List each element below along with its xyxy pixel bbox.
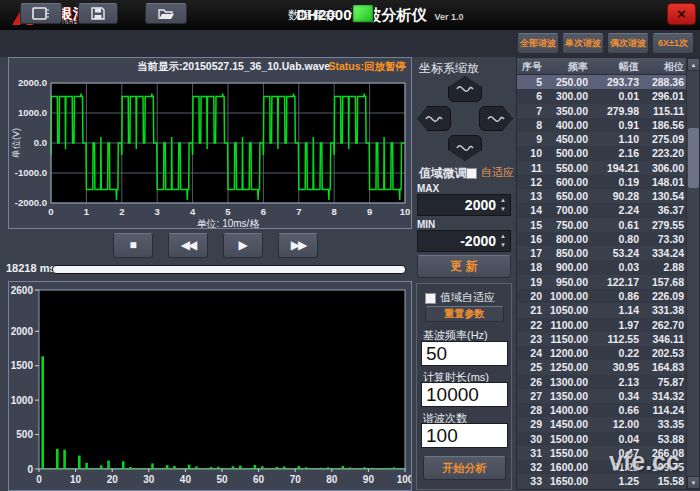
- table-row[interactable]: 7350.00279.98115.11: [517, 104, 687, 118]
- stop-button[interactable]: ■: [113, 233, 153, 258]
- table-cell: 450.00: [545, 132, 591, 146]
- table-row[interactable]: 6300.000.01296.01: [517, 89, 687, 103]
- reset-params-button[interactable]: 重置参数: [425, 306, 504, 322]
- scroll-down-arrow[interactable]: ▼: [687, 476, 700, 489]
- table-cell: 29: [517, 417, 545, 431]
- col-header-phase[interactable]: 相位: [642, 58, 687, 74]
- field-input-0[interactable]: [421, 341, 508, 366]
- table-row[interactable]: 10500.002.16223.20: [517, 146, 687, 160]
- table-row[interactable]: 5250.00293.73288.36: [517, 75, 687, 89]
- max-spinbox[interactable]: 2000 ▲▼: [417, 194, 511, 216]
- auto-range-checkbox[interactable]: [466, 168, 477, 179]
- table-cell: 1350.00: [545, 389, 591, 403]
- table-cell: 1500.00: [545, 432, 591, 446]
- table-row[interactable]: 221100.001.97262.70: [517, 318, 687, 332]
- col-header-frequency[interactable]: 频率: [545, 58, 591, 74]
- harmonic-filter-button-2[interactable]: 偶次谐波: [607, 33, 649, 54]
- svg-text:0: 0: [36, 474, 42, 485]
- harmonic-filter-button-0[interactable]: 全部谐波: [517, 33, 559, 54]
- table-cell: 31: [517, 446, 545, 460]
- table-cell: 32: [517, 460, 545, 474]
- min-spinner-arrows[interactable]: ▲▼: [498, 232, 508, 250]
- table-cell: 30: [517, 432, 545, 446]
- field-input-1[interactable]: [421, 382, 508, 407]
- harmonic-filter-button-3[interactable]: 6X±1次: [652, 33, 694, 54]
- device-button[interactable]: [20, 3, 62, 24]
- table-row[interactable]: 11550.00194.21306.00: [517, 161, 687, 175]
- update-button[interactable]: 更 新: [417, 255, 511, 278]
- field-input-2[interactable]: [421, 423, 508, 448]
- max-spinner-arrows[interactable]: ▲▼: [498, 196, 508, 214]
- table-row[interactable]: 311550.000.47266.08: [517, 446, 687, 460]
- play-button[interactable]: ▶: [223, 233, 263, 258]
- table-row[interactable]: 17850.0053.24334.24: [517, 246, 687, 260]
- table-cell: 36.37: [642, 203, 687, 217]
- table-row[interactable]: 281400.000.66114.24: [517, 403, 687, 417]
- col-header-amplitude[interactable]: 幅值: [591, 58, 642, 74]
- table-cell: 14: [517, 203, 545, 217]
- table-row[interactable]: 201000.000.86226.09: [517, 289, 687, 303]
- zoom-left-button[interactable]: [417, 106, 451, 131]
- table-cell: 26: [517, 375, 545, 389]
- table-row[interactable]: 321600.0081.22199.75: [517, 460, 687, 474]
- svg-text:10: 10: [70, 474, 82, 485]
- table-row[interactable]: 18900.000.032.88: [517, 260, 687, 274]
- table-row[interactable]: 9450.001.10275.09: [517, 132, 687, 146]
- table-cell: 1.10: [591, 132, 642, 146]
- table-cell: 15.58: [642, 474, 687, 488]
- max-label: MAX: [417, 183, 439, 194]
- min-spinbox[interactable]: -2000 ▲▼: [417, 230, 511, 252]
- rewind-button[interactable]: ◀◀: [168, 233, 208, 258]
- open-file-button[interactable]: [145, 3, 187, 24]
- table-cell: 334.24: [642, 246, 687, 260]
- table-cell: 53.88: [642, 432, 687, 446]
- zoom-up-button[interactable]: [448, 76, 482, 102]
- svg-text:90: 90: [363, 474, 375, 485]
- save-button[interactable]: [78, 3, 118, 24]
- table-row[interactable]: 16800.000.8073.30: [517, 232, 687, 246]
- table-row[interactable]: 13650.0090.28130.54: [517, 189, 687, 203]
- table-row[interactable]: 261300.002.1375.87: [517, 375, 687, 389]
- table-row[interactable]: 211050.001.14331.38: [517, 303, 687, 317]
- table-row[interactable]: 271350.000.34314.32: [517, 389, 687, 403]
- svg-text:2000: 2000: [11, 326, 34, 337]
- table-cell: 6: [517, 89, 545, 103]
- table-row[interactable]: 241200.000.22202.53: [517, 346, 687, 360]
- fast-forward-button[interactable]: ▶▶: [278, 233, 318, 258]
- table-cell: 250.00: [545, 75, 591, 89]
- svg-text:70: 70: [290, 474, 302, 485]
- value-autorange-checkbox[interactable]: [425, 293, 436, 304]
- table-row[interactable]: 251250.0030.95164.83: [517, 360, 687, 374]
- scroll-up-arrow[interactable]: ▲: [687, 58, 700, 71]
- zoom-right-button[interactable]: [479, 106, 513, 131]
- table-cell: 21: [517, 303, 545, 317]
- table-cell: 53.24: [591, 246, 642, 260]
- table-cell: 10: [517, 146, 545, 160]
- start-analysis-button[interactable]: 开始分析: [423, 456, 506, 480]
- table-cell: 90.28: [591, 189, 642, 203]
- scroll-thumb[interactable]: [688, 128, 699, 188]
- table-cell: 122.17: [591, 275, 642, 289]
- table-row[interactable]: 301500.000.0453.88: [517, 432, 687, 446]
- auto-range-checkbox-row[interactable]: 自适应: [466, 165, 514, 180]
- table-row[interactable]: 14700.002.2436.37: [517, 203, 687, 217]
- table-row[interactable]: 331650.001.2515.58: [517, 474, 687, 488]
- playback-progress-bar[interactable]: [52, 265, 406, 274]
- table-row[interactable]: 231150.00112.55346.11: [517, 332, 687, 346]
- close-button[interactable]: ×: [667, 3, 696, 25]
- value-autorange-row[interactable]: 值域自适应: [425, 290, 495, 305]
- table-cell: 750.00: [545, 218, 591, 232]
- sine-wave-icon: [456, 143, 474, 153]
- table-cell: 13: [517, 189, 545, 203]
- table-row[interactable]: 291450.0012.0033.35: [517, 417, 687, 431]
- table-scrollbar[interactable]: ▲ ▼: [686, 58, 699, 489]
- table-row[interactable]: 12600.000.19148.01: [517, 175, 687, 189]
- open-folder-icon: [158, 8, 174, 20]
- table-row[interactable]: 8400.000.91186.56: [517, 118, 687, 132]
- save-icon: [91, 7, 105, 20]
- harmonic-filter-button-1[interactable]: 单次谐波: [562, 33, 604, 54]
- table-row[interactable]: 19950.00122.17157.68: [517, 275, 687, 289]
- col-header-index[interactable]: 序号: [517, 58, 545, 74]
- table-row[interactable]: 15750.000.61279.55: [517, 218, 687, 232]
- zoom-down-button[interactable]: [448, 135, 482, 161]
